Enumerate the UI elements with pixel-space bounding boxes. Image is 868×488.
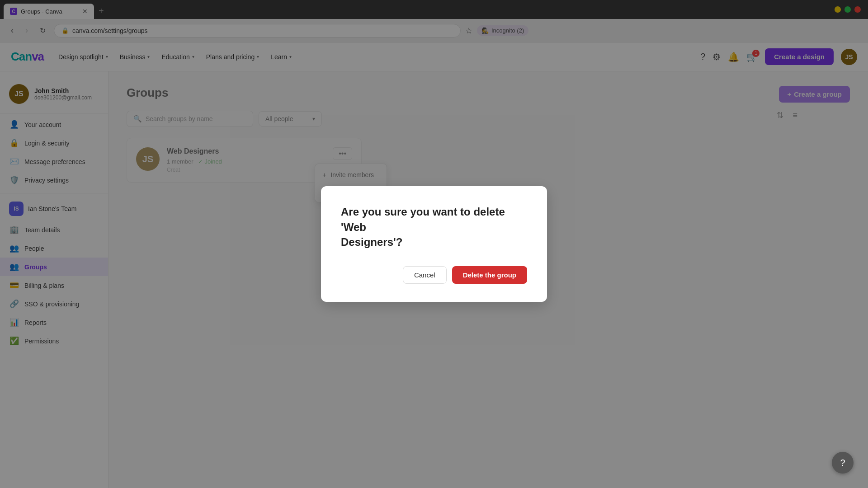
cancel-label: Cancel [414,271,435,279]
cancel-button[interactable]: Cancel [403,266,447,284]
modal-overlay[interactable]: Are you sure you want to delete 'Web Des… [0,0,868,488]
dialog-message: Are you sure you want to delete 'Web Des… [341,204,527,250]
dialog-actions: Cancel Delete the group [341,266,527,284]
dialog-text-line1: Are you sure you want to delete 'Web [341,206,505,233]
help-icon: ? [840,458,845,468]
delete-dialog: Are you sure you want to delete 'Web Des… [321,186,547,302]
dialog-text-line2: Designers'? [341,236,402,248]
help-button[interactable]: ? [832,452,854,474]
delete-group-confirm-button[interactable]: Delete the group [452,266,527,284]
delete-confirm-label: Delete the group [463,271,516,279]
